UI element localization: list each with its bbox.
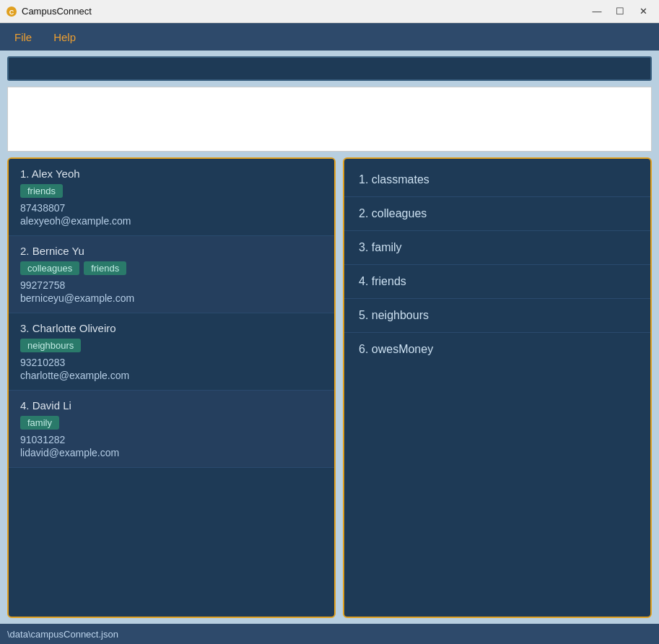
svg-text:C: C: [9, 9, 14, 16]
contact-tag[interactable]: neighbours: [20, 339, 81, 352]
contact-tags: friends: [20, 184, 323, 198]
contact-tag[interactable]: colleagues: [20, 261, 79, 275]
group-item[interactable]: 6. owesMoney: [344, 333, 650, 366]
search-input[interactable]: [7, 56, 652, 81]
contact-tags: colleaguesfriends: [20, 261, 323, 275]
contact-phone: 99272758: [20, 279, 323, 291]
contact-tags: family: [20, 416, 323, 430]
app-icon: C: [6, 6, 17, 17]
contact-phone: 93210283: [20, 357, 323, 368]
group-item[interactable]: 1. classmates: [344, 163, 650, 197]
group-item[interactable]: 4. friends: [344, 265, 650, 299]
contact-name: 1. Alex Yeoh: [20, 167, 323, 180]
app-title: CampusConnect: [22, 6, 92, 17]
contact-email: berniceyu@example.com: [20, 292, 323, 304]
search-area: [0, 51, 659, 87]
group-item[interactable]: 2. colleagues: [344, 197, 650, 231]
contact-name: 3. Charlotte Oliveiro: [20, 322, 323, 334]
contact-email: alexyeoh@example.com: [20, 215, 323, 227]
main-content: 1. Alex Yeohfriends87438807alexyeoh@exam…: [0, 157, 659, 618]
maximize-button[interactable]: ☐: [610, 4, 630, 19]
contact-email: lidavid@example.com: [20, 447, 323, 458]
contact-item[interactable]: 3. Charlotte Oliveironeighbours93210283c…: [9, 313, 334, 391]
contact-phone: 91031282: [20, 434, 323, 445]
contact-item[interactable]: 1. Alex Yeohfriends87438807alexyeoh@exam…: [9, 159, 334, 236]
group-item[interactable]: 5. neighbours: [344, 299, 650, 333]
contact-item[interactable]: 4. David Lifamily91031282lidavid@example…: [9, 391, 334, 468]
help-menu[interactable]: Help: [46, 28, 83, 46]
contacts-panel: 1. Alex Yeohfriends87438807alexyeoh@exam…: [7, 157, 336, 618]
file-menu[interactable]: File: [7, 28, 39, 46]
minimize-button[interactable]: —: [587, 4, 607, 19]
group-item[interactable]: 3. family: [344, 231, 650, 265]
groups-panel: 1. classmates2. colleagues3. family4. fr…: [343, 157, 652, 618]
contact-tags: neighbours: [20, 339, 323, 352]
contact-tag[interactable]: friends: [20, 184, 63, 198]
contact-tag[interactable]: family: [20, 416, 59, 430]
contact-email: charlotte@example.com: [20, 370, 323, 381]
title-bar-left: C CampusConnect: [6, 6, 92, 17]
contact-name: 4. David Li: [20, 399, 323, 412]
close-button[interactable]: ✕: [633, 4, 653, 19]
contact-phone: 87438807: [20, 202, 323, 214]
contacts-scroll[interactable]: 1. Alex Yeohfriends87438807alexyeoh@exam…: [9, 159, 334, 617]
title-bar: C CampusConnect — ☐ ✕: [0, 0, 659, 23]
window-controls: — ☐ ✕: [587, 4, 653, 19]
menu-bar: File Help: [0, 23, 659, 51]
contact-item[interactable]: 2. Bernice Yucolleaguesfriends99272758be…: [9, 236, 334, 313]
status-path: \data\campusConnect.json: [7, 629, 118, 640]
white-area: [7, 87, 652, 152]
contact-name: 2. Bernice Yu: [20, 245, 323, 257]
contact-tag[interactable]: friends: [84, 261, 126, 275]
status-bar: \data\campusConnect.json: [0, 624, 659, 644]
